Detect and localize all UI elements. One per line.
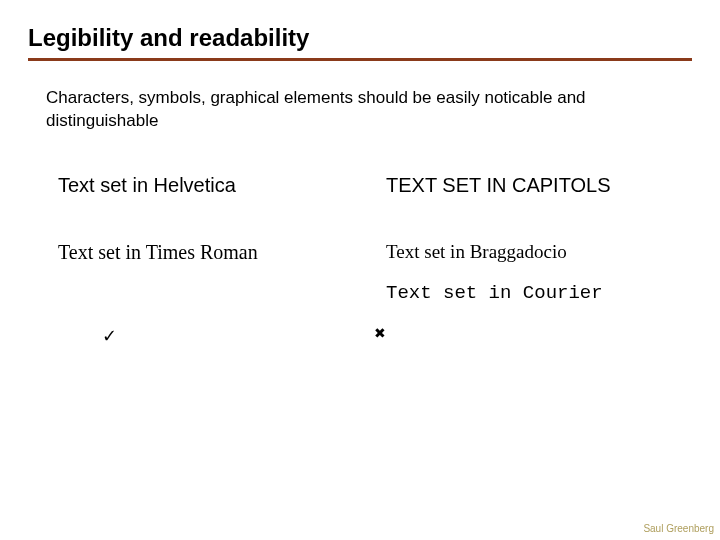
slide-container: Legibility and readability Characters, s… [0, 0, 720, 540]
sample-helvetica: Text set in Helvetica [58, 173, 346, 198]
evaluation-marks-row: ✓ ✖ [28, 325, 692, 347]
check-icon: ✓ [46, 325, 360, 347]
sample-capitols: TEXT SET IN CAPITOLS [386, 173, 674, 198]
slide-title: Legibility and readability [28, 24, 692, 61]
left-column: Text set in Helvetica Text set in Times … [46, 173, 346, 336]
cross-icon: ✖ [360, 325, 674, 341]
sample-braggadocio: Text set in Braggadocio [386, 240, 674, 264]
right-column: TEXT SET IN CAPITOLS Text set in Braggad… [386, 173, 674, 336]
evaluation-mark-left: ✓ [46, 325, 360, 347]
body-paragraph: Characters, symbols, graphical elements … [28, 87, 692, 133]
footer-credit: Saul Greenberg [643, 523, 714, 534]
sample-times-roman: Text set in Times Roman [58, 240, 346, 265]
font-samples-columns: Text set in Helvetica Text set in Times … [28, 173, 692, 336]
evaluation-mark-right: ✖ [360, 325, 674, 347]
sample-courier: Text set in Courier [386, 282, 674, 306]
